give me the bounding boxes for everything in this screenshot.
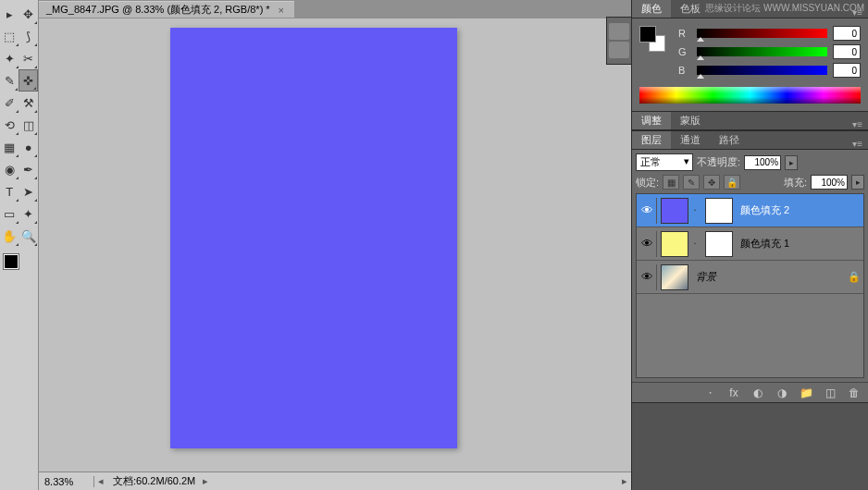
opacity-input[interactable] bbox=[744, 155, 781, 170]
chevron-right-icon[interactable]: ▸ bbox=[199, 475, 212, 487]
collapsed-panel-icon[interactable] bbox=[609, 42, 629, 58]
eyedropper-tool[interactable]: ✎ bbox=[0, 69, 19, 92]
layer-mask-thumbnail[interactable] bbox=[705, 198, 733, 224]
status-bar: 8.33% ◂ 文档:60.2M/60.2M ▸ ▸ bbox=[39, 472, 631, 490]
tab-layers[interactable]: 图层 bbox=[632, 131, 671, 149]
watermark: 思缘设计论坛 WWW.MISSYUAN.COM bbox=[705, 2, 864, 15]
stamp-tool[interactable]: ⚒ bbox=[19, 92, 39, 114]
g-label: G bbox=[678, 46, 691, 57]
link-icon[interactable]: ⬝ bbox=[692, 205, 701, 215]
brush-tool[interactable]: ✐ bbox=[0, 92, 19, 114]
lasso-tool[interactable]: ⟆ bbox=[19, 25, 39, 47]
layer-thumbnail[interactable] bbox=[661, 231, 688, 257]
layer-item[interactable]: 👁 ⬝ 颜色填充 2 bbox=[637, 194, 863, 227]
layer-name[interactable]: 颜色填充 2 bbox=[737, 203, 862, 217]
pen-tool[interactable]: ✒ bbox=[19, 158, 39, 180]
tab-paths[interactable]: 路径 bbox=[710, 131, 749, 149]
visibility-icon[interactable]: 👁 bbox=[639, 198, 657, 224]
visibility-icon[interactable]: 👁 bbox=[639, 264, 657, 290]
add-mask-icon[interactable]: ◐ bbox=[750, 386, 766, 399]
layers-panel: 图层 通道 路径 ▾≡ 正常 ▾ 不透明度: ▸ 锁定: ▦ ✎ ✥ 🔒 填充:… bbox=[632, 131, 868, 403]
layer-mask-thumbnail[interactable] bbox=[705, 231, 733, 257]
dodge-tool[interactable]: ◉ bbox=[0, 158, 19, 180]
panel-menu-icon[interactable]: ▾≡ bbox=[847, 139, 868, 149]
collapsed-panel-dock bbox=[606, 17, 632, 65]
adjustments-panel: 调整 蒙版 ▾≡ bbox=[632, 112, 868, 131]
fill-label: 填充: bbox=[784, 176, 807, 190]
r-label: R bbox=[678, 28, 691, 39]
spectrum-picker[interactable] bbox=[639, 87, 861, 104]
rectangle-tool[interactable]: ▭ bbox=[0, 202, 19, 225]
collapsed-panel-icon[interactable] bbox=[609, 23, 629, 40]
color-swatch-tool[interactable] bbox=[0, 251, 38, 273]
r-value[interactable] bbox=[833, 26, 861, 41]
new-layer-icon[interactable]: ◫ bbox=[822, 386, 838, 399]
fill-input[interactable] bbox=[811, 175, 848, 190]
delete-layer-icon[interactable]: 🗑 bbox=[846, 386, 862, 399]
foreground-swatch[interactable] bbox=[4, 254, 19, 269]
doc-size-label: 文档:60.2M/60.2M bbox=[113, 474, 195, 488]
layer-fx-icon[interactable]: fx bbox=[725, 386, 742, 399]
crop-tool[interactable]: ✂ bbox=[19, 47, 39, 69]
fg-bg-swatches[interactable] bbox=[639, 26, 665, 52]
link-layers-icon[interactable]: ⬝ bbox=[701, 386, 718, 399]
tab-masks[interactable]: 蒙版 bbox=[671, 112, 710, 129]
lock-all-icon[interactable]: 🔒 bbox=[724, 175, 740, 190]
layer-list: 👁 ⬝ 颜色填充 2 👁 ⬝ 颜色填充 1 👁 背景 bbox=[636, 193, 864, 378]
opacity-label: 不透明度: bbox=[697, 155, 740, 169]
link-icon[interactable]: ⬝ bbox=[692, 239, 701, 249]
zoom-tool[interactable]: 🔍 bbox=[19, 225, 39, 247]
b-slider[interactable] bbox=[697, 66, 827, 75]
lock-position-icon[interactable]: ✥ bbox=[703, 175, 720, 190]
3d-tool[interactable]: ✦ bbox=[19, 202, 39, 225]
layer-name[interactable]: 背景 bbox=[692, 270, 843, 284]
lock-pixels-icon[interactable]: ✎ bbox=[683, 175, 700, 190]
fill-flyout-icon[interactable]: ▸ bbox=[851, 175, 864, 190]
g-slider[interactable] bbox=[697, 47, 827, 56]
wand-tool[interactable]: ✦ bbox=[0, 47, 19, 69]
opacity-flyout-icon[interactable]: ▸ bbox=[785, 155, 798, 170]
expand-icon[interactable]: ▸ bbox=[0, 3, 19, 25]
visibility-icon[interactable]: 👁 bbox=[639, 231, 657, 257]
hand-tool[interactable]: ✋ bbox=[0, 225, 19, 247]
lock-icon: 🔒 bbox=[847, 271, 862, 283]
layer-item[interactable]: 👁 背景 🔒 bbox=[637, 261, 863, 294]
lock-transparency-icon[interactable]: ▦ bbox=[663, 175, 679, 190]
group-icon[interactable]: 📁 bbox=[798, 386, 814, 399]
adjustment-layer-icon[interactable]: ◑ bbox=[774, 386, 790, 399]
gradient-tool[interactable]: ▦ bbox=[0, 136, 19, 158]
layer-thumbnail[interactable] bbox=[661, 198, 688, 224]
nav-next-icon[interactable]: ▸ bbox=[618, 475, 631, 487]
color-panel: 颜色 色板 ▾≡ R G bbox=[632, 0, 868, 112]
zoom-field[interactable]: 8.33% bbox=[39, 476, 94, 487]
canvas[interactable] bbox=[170, 28, 457, 448]
tab-color[interactable]: 颜色 bbox=[632, 0, 671, 18]
nav-prev-icon[interactable]: ◂ bbox=[94, 475, 107, 487]
panel-menu-icon[interactable]: ▾≡ bbox=[847, 119, 868, 129]
type-tool[interactable]: T bbox=[0, 180, 19, 202]
tab-channels[interactable]: 通道 bbox=[671, 131, 710, 149]
move-tool[interactable]: ✥ bbox=[19, 3, 39, 25]
document-tab[interactable]: _MG_8847.JPG @ 8.33% (颜色填充 2, RGB/8*) * … bbox=[39, 1, 294, 18]
foreground-color[interactable] bbox=[639, 26, 656, 43]
path-select-tool[interactable]: ➤ bbox=[19, 180, 39, 202]
layer-item[interactable]: 👁 ⬝ 颜色填充 1 bbox=[637, 227, 863, 261]
close-icon[interactable]: × bbox=[276, 5, 287, 16]
marquee-tool[interactable]: ⬚ bbox=[0, 25, 19, 47]
layer-name[interactable]: 颜色填充 1 bbox=[737, 237, 862, 251]
tab-swatches[interactable]: 色板 bbox=[671, 0, 710, 18]
r-slider[interactable] bbox=[697, 29, 827, 38]
doc-info: 文档:60.2M/60.2M ▸ bbox=[107, 474, 217, 488]
tab-adjustments[interactable]: 调整 bbox=[632, 112, 671, 129]
history-brush-tool[interactable]: ⟲ bbox=[0, 114, 19, 136]
g-value[interactable] bbox=[833, 44, 861, 59]
healing-tool[interactable]: ✜ bbox=[19, 69, 38, 92]
tools-panel: ▸ ✥ ⬚ ⟆ ✦ ✂ ✎ ✜ ✐ ⚒ ⟲ ◫ ▦ ● ◉ ✒ T ➤ ▭ ✦ … bbox=[0, 0, 39, 490]
layer-thumbnail[interactable] bbox=[661, 264, 688, 290]
blend-mode-select[interactable]: 正常 ▾ bbox=[636, 153, 693, 171]
eraser-tool[interactable]: ◫ bbox=[19, 114, 39, 136]
blur-tool[interactable]: ● bbox=[19, 136, 39, 158]
layers-footer: ⬝ fx ◐ ◑ 📁 ◫ 🗑 bbox=[632, 382, 868, 402]
b-value[interactable] bbox=[833, 63, 861, 78]
canvas-area[interactable] bbox=[39, 18, 631, 472]
